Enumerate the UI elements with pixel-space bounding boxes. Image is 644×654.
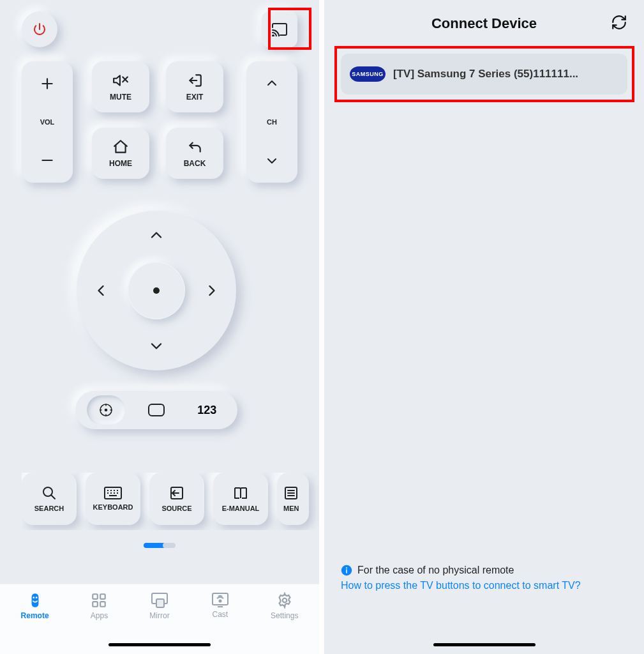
chevron-left-icon [92, 282, 110, 300]
nav-mirror-label: Mirror [149, 611, 169, 620]
dpad-left[interactable] [88, 278, 114, 303]
nav-cast[interactable]: Cast [211, 592, 229, 619]
gear-icon [276, 592, 293, 609]
input-mode-selector: 123 [75, 391, 237, 429]
home-icon [112, 139, 129, 155]
chevron-right-icon [203, 282, 221, 300]
back-button[interactable]: BACK [166, 128, 223, 179]
back-icon [186, 139, 203, 155]
remote-screen: VOL CH MUTE EXIT HOME BACK [0, 0, 319, 654]
shortcut-row[interactable]: SEARCH KEYBOARD SOURCE E-MANUAL MEN [22, 473, 319, 530]
chevron-up-icon [147, 226, 165, 244]
connect-title: Connect Device [431, 15, 537, 31]
shortcut-keyboard[interactable]: KEYBOARD [86, 473, 140, 525]
nav-mirror[interactable]: Mirror [149, 592, 169, 620]
info-text: For the case of no physical remote [357, 565, 514, 576]
nav-apps-label: Apps [91, 611, 108, 620]
svg-point-38 [282, 598, 287, 603]
volume-rocker[interactable]: VOL [22, 61, 73, 183]
mode-cursor[interactable] [87, 395, 125, 425]
device-name: [TV] Samsung 7 Series (55)111111... [393, 68, 618, 80]
svg-point-36 [219, 600, 221, 602]
svg-line-9 [51, 495, 55, 499]
dpad [77, 211, 236, 370]
power-icon [32, 22, 47, 37]
nav-settings-label: Settings [271, 611, 298, 620]
exit-button[interactable]: EXIT [166, 61, 223, 112]
keyboard-icon [104, 487, 122, 499]
svg-point-27 [33, 597, 34, 598]
mode-numpad[interactable]: 123 [188, 395, 226, 425]
exit-label: EXIT [186, 93, 204, 102]
book-icon [233, 485, 248, 501]
help-link[interactable]: How to press the TV buttons to connect t… [341, 580, 581, 591]
dpad-right[interactable] [199, 278, 225, 303]
refresh-button[interactable] [611, 14, 627, 31]
ch-label: CH [267, 118, 277, 126]
samsung-logo-text: SAMSUNG [352, 71, 384, 77]
shortcut-menu[interactable]: MEN [277, 473, 309, 525]
nav-apps[interactable]: Apps [91, 592, 108, 620]
svg-point-28 [35, 597, 37, 598]
nav-remote[interactable]: Remote [21, 592, 49, 620]
search-icon [41, 485, 57, 501]
home-label: HOME [109, 159, 132, 168]
mirror-icon [151, 592, 168, 609]
svg-rect-30 [101, 594, 106, 599]
page-indicator [0, 543, 319, 548]
shortcut-search-label: SEARCH [34, 505, 64, 512]
svg-rect-31 [93, 602, 98, 607]
mute-button[interactable]: MUTE [92, 61, 149, 112]
chevron-down-icon [147, 337, 165, 355]
connect-footer: For the case of no physical remote How t… [341, 565, 627, 593]
shortcut-search[interactable]: SEARCH [22, 473, 77, 525]
back-label: BACK [184, 159, 206, 168]
svg-marker-1 [114, 75, 120, 85]
channel-rocker[interactable]: CH [246, 61, 297, 183]
shortcut-source-label: SOURCE [161, 505, 191, 512]
cast-button[interactable] [262, 11, 297, 47]
menu-icon [283, 485, 299, 501]
remote-topbar [0, 11, 319, 50]
home-button[interactable]: HOME [92, 128, 149, 179]
svg-rect-32 [101, 602, 106, 607]
home-indicator [433, 643, 535, 646]
dpad-down[interactable] [144, 333, 169, 359]
source-icon [169, 485, 184, 501]
cursor-move-icon [98, 402, 114, 418]
touchpad-icon [147, 403, 165, 417]
dpad-up[interactable] [144, 222, 169, 248]
refresh-icon [611, 14, 627, 31]
remote-icon [27, 592, 43, 609]
bottom-nav: Remote Apps Mirror Cast Settings [0, 584, 319, 654]
svg-rect-7 [149, 404, 164, 416]
home-indicator [109, 643, 211, 646]
info-line: For the case of no physical remote [341, 565, 627, 576]
exit-icon [186, 72, 203, 89]
svg-point-6 [105, 409, 107, 411]
power-button[interactable] [22, 11, 57, 47]
device-item[interactable]: SAMSUNG [TV] Samsung 7 Series (55)111111… [341, 54, 627, 95]
chevron-down-icon [264, 153, 280, 169]
dpad-ok[interactable] [128, 262, 185, 319]
svg-rect-26 [31, 593, 38, 607]
dot-icon [153, 287, 160, 294]
shortcut-menu-label: MEN [283, 505, 299, 512]
svg-point-41 [346, 568, 347, 569]
mute-label: MUTE [110, 93, 131, 102]
mode-touchpad[interactable] [137, 395, 176, 425]
info-icon [341, 565, 352, 576]
samsung-logo: SAMSUNG [350, 66, 386, 82]
nav-settings[interactable]: Settings [271, 592, 298, 620]
connect-header: Connect Device [324, 15, 644, 32]
shortcut-emanual[interactable]: E-MANUAL [213, 473, 268, 525]
shortcut-source[interactable]: SOURCE [149, 473, 204, 525]
svg-rect-10 [105, 487, 121, 499]
chevron-up-icon [264, 75, 280, 91]
svg-rect-40 [346, 570, 347, 574]
plus-icon [39, 75, 56, 92]
cast-nav-icon [211, 592, 229, 607]
mode-numpad-label: 123 [197, 404, 216, 417]
svg-rect-34 [156, 599, 164, 607]
apps-icon [91, 592, 107, 609]
